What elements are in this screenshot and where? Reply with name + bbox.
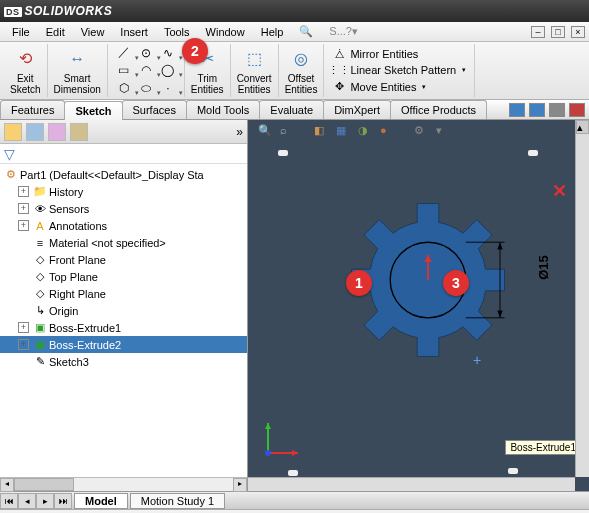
- filter-icon[interactable]: ▽: [4, 146, 20, 162]
- view-triad[interactable]: [258, 413, 308, 463]
- btab-first-icon[interactable]: ⏮: [0, 493, 18, 509]
- poly-tool-icon[interactable]: ⬡: [116, 80, 132, 96]
- tab-sketch[interactable]: Sketch: [64, 101, 122, 120]
- menu-edit[interactable]: Edit: [38, 26, 73, 38]
- exit-sketch-button[interactable]: ⟲ Exit Sketch: [4, 44, 48, 97]
- sketch-tools-group: ／ ⊙ ∿ ▭ ◠ ◯ ⬡ ⬭ ·: [108, 44, 185, 97]
- viewport-layout-icon[interactable]: [509, 103, 525, 117]
- tree-root[interactable]: ⚙ Part1 (Default<<Default>_Display Sta: [0, 166, 247, 183]
- btab-prev-icon[interactable]: ◂: [18, 493, 36, 509]
- tab-moldtools[interactable]: Mold Tools: [186, 100, 260, 119]
- command-tabs: Features Sketch Surfaces Mold Tools Eval…: [0, 100, 589, 120]
- zoom-area-icon[interactable]: ⌕: [280, 124, 296, 140]
- appearance-icon[interactable]: ●: [380, 124, 396, 140]
- tree-item-right-plane[interactable]: ◇Right Plane: [0, 285, 247, 302]
- tab-features[interactable]: Features: [0, 100, 65, 119]
- tree-node-icon: ◇: [33, 270, 47, 284]
- app-logo: SOLIDWORKS: [4, 4, 112, 18]
- svg-marker-7: [497, 242, 502, 249]
- part-icon: ⚙: [4, 168, 18, 182]
- tree-node-label: Sketch3: [49, 356, 89, 368]
- menu-search-icon[interactable]: 🔍: [291, 25, 321, 38]
- slot-tool-icon[interactable]: ⬭: [138, 80, 154, 96]
- viewport[interactable]: 🔍 ⌕ ◧ ▦ ◑ ● ⚙ ▾: [248, 120, 589, 491]
- viewport-layout2-icon[interactable]: [529, 103, 545, 117]
- tab-dimxpert[interactable]: DimXpert: [323, 100, 391, 119]
- menu-file[interactable]: File: [4, 26, 38, 38]
- viewport-toolbar: 🔍 ⌕ ◧ ▦ ◑ ● ⚙ ▾: [258, 124, 452, 140]
- sketch-point-icon: +: [473, 352, 481, 368]
- offset-button[interactable]: ◎ Offset Entities: [279, 44, 325, 97]
- filter-row: ▽: [0, 144, 247, 164]
- menu-help[interactable]: Help: [253, 26, 292, 38]
- menu-view[interactable]: View: [73, 26, 113, 38]
- pattern-button[interactable]: ⋮⋮Linear Sketch Pattern▾: [332, 63, 466, 77]
- window-close[interactable]: ×: [571, 26, 585, 38]
- tree-item-front-plane[interactable]: ◇Front Plane: [0, 251, 247, 268]
- expand-icon[interactable]: +: [18, 322, 29, 333]
- spline-tool-icon[interactable]: ∿: [160, 45, 176, 61]
- expand-icon[interactable]: +: [18, 339, 29, 350]
- btab-next-icon[interactable]: ▸: [36, 493, 54, 509]
- viewport-max-icon[interactable]: [549, 103, 565, 117]
- expand-icon[interactable]: +: [18, 203, 29, 214]
- scroll-right-icon[interactable]: ▸: [233, 478, 247, 492]
- menu-insert[interactable]: Insert: [112, 26, 156, 38]
- tree-item-history[interactable]: +📁History: [0, 183, 247, 200]
- bottom-tab-model[interactable]: Model: [74, 493, 128, 509]
- menu-tools[interactable]: Tools: [156, 26, 198, 38]
- panel-expand-icon[interactable]: »: [236, 125, 243, 139]
- circle-tool-icon[interactable]: ⊙: [138, 45, 154, 61]
- view-settings-icon[interactable]: ⚙: [414, 124, 430, 140]
- mirror-button[interactable]: ⧊Mirror Entities: [332, 47, 418, 61]
- display-style-icon[interactable]: ▦: [336, 124, 352, 140]
- move-button[interactable]: ✥Move Entities▾: [332, 80, 426, 94]
- view-orient-icon[interactable]: ◧: [314, 124, 330, 140]
- tree-item-sketch3[interactable]: ✎Sketch3: [0, 353, 247, 370]
- dimension-label[interactable]: Ø15: [536, 255, 551, 280]
- tree-item-boss-extrude2[interactable]: +▣Boss-Extrude2: [0, 336, 247, 353]
- ellipse-tool-icon[interactable]: ◯: [160, 62, 176, 78]
- viewport-vscroll[interactable]: ▴: [575, 120, 589, 477]
- tree-item-origin[interactable]: ↳Origin: [0, 302, 247, 319]
- bottom-tab-motion[interactable]: Motion Study 1: [130, 493, 225, 509]
- tab-office[interactable]: Office Products: [390, 100, 487, 119]
- tree-item-material-not-specified-[interactable]: ≡Material <not specified>: [0, 234, 247, 251]
- window-maximize[interactable]: □: [551, 26, 565, 38]
- line-tool-icon[interactable]: ／: [116, 45, 132, 61]
- menu-overflow[interactable]: S...?▾: [321, 25, 366, 38]
- hide-show-icon[interactable]: ◑: [358, 124, 374, 140]
- compare-icon[interactable]: ▾: [436, 124, 452, 140]
- expand-icon[interactable]: +: [18, 220, 29, 231]
- expand-icon[interactable]: +: [18, 186, 29, 197]
- feature-tree-tab-icon[interactable]: [4, 123, 22, 141]
- property-tab-icon[interactable]: [26, 123, 44, 141]
- btab-last-icon[interactable]: ⏭: [54, 493, 72, 509]
- menu-window[interactable]: Window: [198, 26, 253, 38]
- dimxpert-tab-icon[interactable]: [70, 123, 88, 141]
- convert-button[interactable]: ⬚ Convert Entities: [231, 44, 279, 97]
- scroll-left-icon[interactable]: ◂: [0, 478, 14, 492]
- viewport-close-icon[interactable]: [569, 103, 585, 117]
- tree-item-top-plane[interactable]: ◇Top Plane: [0, 268, 247, 285]
- arc-tool-icon[interactable]: ◠: [138, 62, 154, 78]
- scroll-thumb[interactable]: [14, 478, 74, 491]
- tree-node-icon: 👁: [33, 202, 47, 216]
- tab-surfaces[interactable]: Surfaces: [122, 100, 187, 119]
- scroll-up-icon[interactable]: ▴: [576, 120, 589, 134]
- window-minimize[interactable]: –: [531, 26, 545, 38]
- tree-node-icon: ↳: [33, 304, 47, 318]
- zoom-fit-icon[interactable]: 🔍: [258, 124, 274, 140]
- config-tab-icon[interactable]: [48, 123, 66, 141]
- smart-dimension-icon: ↔: [65, 47, 89, 71]
- tab-evaluate[interactable]: Evaluate: [259, 100, 324, 119]
- tree-item-boss-extrude1[interactable]: +▣Boss-Extrude1: [0, 319, 247, 336]
- smart-dimension-button[interactable]: ↔ Smart Dimension: [48, 44, 108, 97]
- tree-item-annotations[interactable]: +AAnnotations: [0, 217, 247, 234]
- point-tool-icon[interactable]: ·: [160, 80, 176, 96]
- sidebar-hscroll[interactable]: ◂ ▸: [0, 477, 247, 491]
- bolt-decor: [528, 150, 538, 156]
- rect-tool-icon[interactable]: ▭: [116, 62, 132, 78]
- viewport-hscroll[interactable]: [248, 477, 575, 491]
- tree-item-sensors[interactable]: +👁Sensors: [0, 200, 247, 217]
